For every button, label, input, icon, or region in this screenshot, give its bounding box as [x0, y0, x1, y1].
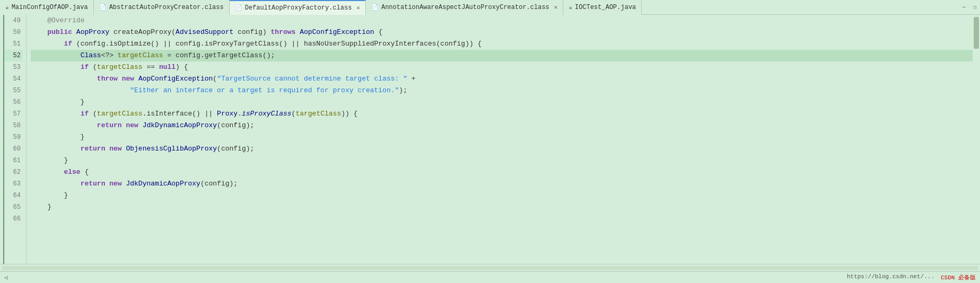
- status-bar: ◁ https://blog.csdn.net/... CSDN 必备版: [0, 271, 980, 283]
- tab-main-config[interactable]: ☕ MainConfigOfAOP.java: [0, 0, 94, 15]
- scrollbar-right[interactable]: [973, 15, 980, 264]
- close-icon[interactable]: ✕: [554, 4, 558, 11]
- line-number: 60: [4, 143, 23, 155]
- tab-annotation-aware[interactable]: 📄 AnnotationAwareAspectJAutoProxyCreator…: [366, 0, 563, 15]
- scroll-indicator: ◁: [4, 274, 8, 281]
- status-url: https://blog.csdn.net/...: [847, 273, 934, 281]
- line-numbers: 49 50 51 52 53 54 55 56 57 58 59 60 61 6…: [4, 15, 27, 264]
- tab-label: IOCTest_AOP.java: [575, 4, 636, 11]
- tab-label: DefaultAopProxyFactory.class: [245, 4, 352, 12]
- code-line-51: if (config.isOptimize() || config.isProx…: [31, 38, 973, 50]
- code-line-62: else {: [31, 166, 973, 178]
- class-icon: 📄: [235, 4, 242, 11]
- line-number: 51: [4, 38, 23, 50]
- line-number: 66: [4, 213, 23, 225]
- tab-default-aop[interactable]: 📄 DefaultAopProxyFactory.class ✕: [230, 0, 366, 15]
- code-line-66: [31, 213, 973, 225]
- code-line-65: }: [31, 201, 973, 213]
- line-number: 57: [4, 108, 23, 120]
- code-line-57: if (targetClass.isInterface() || Proxy.i…: [31, 108, 973, 120]
- code-line-61: }: [31, 155, 973, 166]
- line-number: 59: [4, 131, 23, 143]
- line-number: 54: [4, 73, 23, 85]
- line-number: 63: [4, 178, 23, 190]
- code-line-64: }: [31, 190, 973, 201]
- line-number: 64: [4, 190, 23, 201]
- line-number: 53: [4, 61, 23, 73]
- tab-ioc-test[interactable]: ☕ IOCTest_AOP.java: [563, 0, 642, 15]
- class-icon: 📄: [99, 4, 107, 11]
- code-line-58: return new JdkDynamicAopProxy(config);: [31, 120, 973, 131]
- tab-label: AbstractAutoProxyCreator.class: [109, 4, 224, 11]
- code-line-50: public AopProxy createAopProxy(AdvisedSu…: [31, 26, 973, 38]
- horizontal-scrollbar[interactable]: [0, 264, 980, 271]
- line-number: 49: [4, 15, 23, 26]
- code-line-55: "Either an interface or a target is requ…: [31, 85, 973, 96]
- code-line-63: return new JdkDynamicAopProxy(config);: [31, 178, 973, 190]
- line-number: 62: [4, 166, 23, 178]
- csdn-badge: CSDN 必备版: [941, 273, 976, 281]
- hscroll-track[interactable]: [2, 266, 978, 270]
- line-number: 50: [4, 26, 23, 38]
- code-line-56: }: [31, 96, 973, 108]
- right-status: https://blog.csdn.net/... CSDN 必备版: [847, 273, 976, 281]
- code-line-60: return new ObjenesisCglibAopProxy(config…: [31, 143, 973, 155]
- code-line-53: if (targetClass == null) {: [31, 61, 973, 73]
- java-icon: ☕: [568, 4, 572, 11]
- line-number: 65: [4, 201, 23, 213]
- code-line-59: }: [31, 131, 973, 143]
- code-area[interactable]: @Override public AopProxy createAopProxy…: [27, 15, 973, 264]
- window-controls: — ❐: [959, 2, 980, 13]
- close-icon[interactable]: ✕: [356, 4, 360, 11]
- class-icon: 📄: [371, 4, 379, 11]
- code-line-54: throw new AopConfigException("TargetSour…: [31, 73, 973, 85]
- scroll-thumb[interactable]: [974, 17, 979, 49]
- java-icon: ☕: [5, 4, 9, 11]
- code-line-49: @Override: [31, 15, 973, 26]
- line-number: 58: [4, 120, 23, 131]
- tab-abstract-auto[interactable]: 📄 AbstractAutoProxyCreator.class: [94, 0, 230, 15]
- minimize-button[interactable]: —: [959, 2, 969, 13]
- tab-bar: ☕ MainConfigOfAOP.java 📄 AbstractAutoPro…: [0, 0, 980, 15]
- restore-button[interactable]: ❐: [969, 2, 980, 13]
- tab-label: MainConfigOfAOP.java: [12, 4, 88, 11]
- left-gutter: [0, 15, 4, 264]
- line-number: 61: [4, 155, 23, 166]
- editor-container: 49 50 51 52 53 54 55 56 57 58 59 60 61 6…: [0, 15, 980, 264]
- line-number: 56: [4, 96, 23, 108]
- line-number: 55: [4, 85, 23, 96]
- line-number-current: 52: [4, 50, 23, 61]
- tab-label: AnnotationAwareAspectJAutoProxyCreator.c…: [381, 4, 549, 11]
- code-line-52: Class<?> targetClass = config.getTargetC…: [31, 50, 973, 61]
